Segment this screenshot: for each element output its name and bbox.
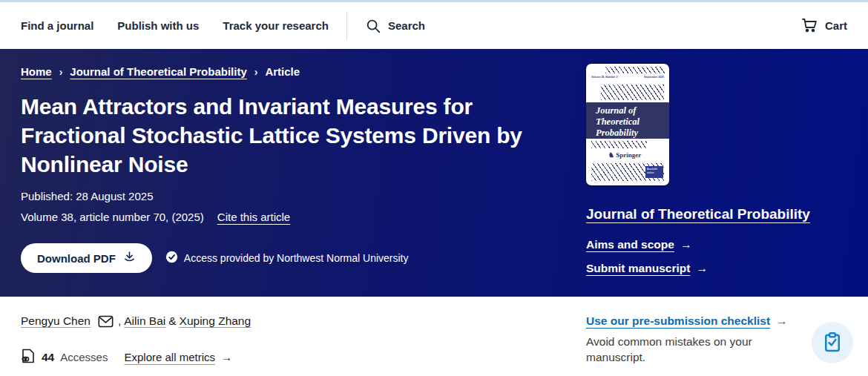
aims-and-scope-row: Aims and scope → [586, 238, 847, 251]
accesses-count: 44 [42, 351, 54, 364]
accesses-label: Accesses [60, 351, 108, 363]
top-navigation: Find a journal Publish with us Track you… [0, 2, 868, 49]
springer-logo: Springer [608, 151, 641, 159]
hero-right-column: Volume 38, Number 3 September 2025 Journ… [586, 65, 847, 297]
download-pdf-label: Download PDF [37, 252, 116, 265]
check-circle-icon [165, 251, 178, 265]
article-meta-section: Pengyu Chen , Ailin Bai & Xuping Zhang [0, 297, 868, 366]
download-row: Download PDF [21, 243, 570, 273]
download-pdf-button[interactable]: Download PDF [21, 243, 152, 273]
download-icon [123, 251, 136, 265]
cover-volume-text: Volume 38, Number 3 [591, 76, 617, 80]
search-label: Search [388, 19, 425, 32]
author-separator: , [118, 314, 121, 328]
search-button[interactable]: Search [365, 18, 425, 34]
nav-links: Find a journal Publish with us Track you… [21, 19, 329, 32]
cover-hatch-decoration [601, 85, 664, 100]
article-hero: Home › Journal of Theoretical Probabilit… [0, 49, 868, 297]
cover-meta: Volume 38, Number 3 September 2025 [591, 76, 664, 80]
breadcrumb-current: Article [265, 65, 300, 78]
article-title: Mean Attractors and Invariant Measures f… [21, 92, 555, 179]
nav-track-your-research[interactable]: Track your research [223, 19, 329, 32]
published-date: Published: 28 August 2025 [21, 190, 570, 202]
nav-find-a-journal[interactable]: Find a journal [21, 19, 93, 32]
page: Find a journal Publish with us Track you… [0, 0, 868, 376]
access-text: Access provided by Northwest Normal Univ… [184, 252, 409, 264]
access-info: Access provided by Northwest Normal Univ… [165, 251, 409, 265]
volume-info: Volume 38, article number 70, (2025) [21, 211, 204, 223]
arrow-right-icon: → [221, 351, 232, 363]
breadcrumb: Home › Journal of Theoretical Probabilit… [21, 65, 570, 78]
nav-divider [346, 12, 347, 40]
arrow-right-icon: → [696, 262, 708, 275]
aims-and-scope-link[interactable]: Aims and scope [586, 238, 674, 251]
checklist-fab-button[interactable] [812, 322, 853, 363]
cart-icon [800, 16, 818, 36]
available-online-badge: Available online [645, 166, 663, 178]
hero-left-column: Home › Journal of Theoretical Probabilit… [21, 65, 570, 297]
breadcrumb-home[interactable]: Home [21, 65, 52, 78]
authors-line: Pengyu Chen , Ailin Bai & Xuping Zhang [21, 314, 586, 328]
chevron-right-icon: › [254, 66, 258, 78]
clipboard-check-icon [821, 331, 844, 355]
breadcrumb-journal[interactable]: Journal of Theoretical Probability [70, 65, 246, 78]
cover-hatch-decoration [591, 141, 647, 148]
explore-all-metrics-link[interactable]: Explore all metrics [124, 351, 215, 363]
journal-name-link[interactable]: Journal of Theoretical Probability [586, 206, 810, 222]
cart-label: Cart [825, 19, 847, 32]
volume-row: Volume 38, article number 70, (2025) Cit… [21, 211, 570, 223]
arrow-right-icon: → [680, 238, 692, 251]
metrics-row: 44 Accesses Explore all metrics → [21, 348, 586, 366]
cover-hatch-decoration [605, 67, 665, 73]
search-icon [365, 18, 381, 34]
pre-submission-checklist-link[interactable]: Use our pre-submission checklist [586, 314, 770, 328]
author-link-xuping-zhang[interactable]: Xuping Zhang [180, 314, 251, 328]
author-separator: & [168, 314, 176, 328]
cover-title: Journal of Theoretical Probability [586, 102, 669, 139]
email-envelope-icon[interactable] [98, 315, 114, 328]
cite-this-article-link[interactable]: Cite this article [217, 211, 290, 223]
submit-manuscript-row: Submit manuscript → [586, 262, 847, 275]
journal-cover-image[interactable]: Volume 38, Number 3 September 2025 Journ… [586, 64, 669, 185]
bottom-right-column: Use our pre-submission checklist → Avoid… [586, 314, 847, 366]
bottom-left-column: Pengyu Chen , Ailin Bai & Xuping Zhang [21, 314, 586, 366]
accesses-icon [21, 348, 36, 366]
cart-button[interactable]: Cart [800, 16, 847, 36]
cover-date-text: September 2025 [644, 76, 664, 80]
arrow-right-icon: → [776, 314, 788, 328]
submit-manuscript-link[interactable]: Submit manuscript [586, 262, 690, 275]
chevron-right-icon: › [59, 66, 63, 78]
checklist-description: Avoid common mistakes on your manuscript… [586, 334, 768, 366]
nav-publish-with-us[interactable]: Publish with us [117, 19, 199, 32]
pre-submission-checklist-row: Use our pre-submission checklist → [586, 314, 847, 328]
author-link-ailin-bai[interactable]: Ailin Bai [124, 314, 165, 328]
author-link-pengyu-chen[interactable]: Pengyu Chen [21, 314, 91, 328]
